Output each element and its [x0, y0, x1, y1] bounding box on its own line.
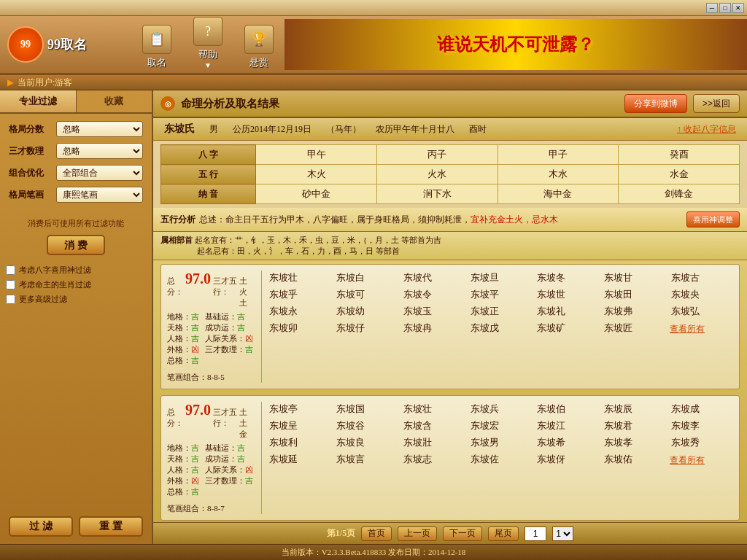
list-item[interactable]: 东坡含	[402, 419, 465, 433]
list-item[interactable]: 东坡匠	[603, 321, 666, 335]
user-bar: ▶ 当前用户:游客	[0, 74, 747, 90]
next-page-button[interactable]: 下一页	[443, 526, 482, 541]
nav-bangzhu[interactable]: ? 帮助 ▼	[193, 17, 222, 69]
wx-col1: 木火	[256, 165, 377, 184]
checkbox-shengxiao-input[interactable]	[6, 280, 15, 289]
list-item[interactable]: 东坡冬	[535, 271, 599, 285]
list-item[interactable]: 东坡壮	[402, 402, 465, 416]
list-item[interactable]: 东坡李	[670, 419, 733, 433]
list-item[interactable]: 东坡弗	[603, 304, 666, 319]
last-page-button[interactable]: 尾页	[488, 526, 519, 541]
list-item[interactable]: 东坡弘	[670, 304, 733, 319]
prev-page-button[interactable]: 上一页	[398, 526, 437, 541]
checkbox-advanced-input[interactable]	[6, 295, 15, 304]
list-item[interactable]: 东坡亭	[268, 402, 331, 416]
list-item[interactable]: 东坡卯	[268, 321, 331, 335]
list-item[interactable]: 东坡志	[402, 452, 465, 467]
first-page-button[interactable]: 首页	[361, 526, 392, 541]
maximize-button[interactable]: □	[719, 3, 731, 13]
filter-button[interactable]: 过 滤	[9, 516, 73, 537]
view-all-1[interactable]: 查看所有	[670, 323, 733, 335]
list-item[interactable]: 东坡成	[670, 402, 733, 416]
list-item[interactable]: 东坡玉	[402, 304, 465, 319]
list-item[interactable]: 东坡乎	[268, 287, 331, 302]
nav-quming[interactable]: 📋 取名	[142, 25, 171, 69]
list-item[interactable]: 东坡言	[335, 452, 398, 467]
list-item[interactable]: 东坡秀	[670, 435, 733, 450]
list-item[interactable]: 东坡正	[469, 304, 533, 319]
bihua-label: 格局笔画	[9, 189, 56, 201]
sancai-select[interactable]: 忽略全部吉凶	[56, 143, 143, 159]
list-item[interactable]: 东坡伯	[535, 402, 599, 416]
list-item[interactable]: 东坡仔	[335, 321, 398, 335]
results-area[interactable]: 总分： 97.0 三才五行： 土火土 地格：吉 基础运：吉 天格：吉 成功运：吉	[153, 260, 747, 522]
checkbox-section: 考虑八字喜用神过滤 考虑命主的生肖过滤 更多高级过滤	[0, 265, 152, 308]
zuhe-select[interactable]: 全部组合优化组合	[56, 165, 143, 181]
list-item[interactable]: 东坡冉	[402, 321, 465, 335]
checkbox-shengxiao-label[interactable]: 考虑命主的生肖过滤	[19, 279, 91, 290]
list-item[interactable]: 东坡希	[535, 435, 599, 450]
list-item[interactable]: 东坡幼	[335, 304, 398, 319]
list-item[interactable]: 东坡兵	[469, 402, 533, 416]
adjust-button[interactable]: 喜用神调整	[686, 211, 740, 228]
list-item[interactable]: 东坡君	[603, 419, 666, 433]
filter-zuhe: 组合优化 全部组合优化组合	[9, 165, 143, 181]
content-area: ◎ 命理分析及取名结果 分享到微博 >>返回 东坡氏 男 公历2014年12月1…	[153, 90, 747, 544]
close-button[interactable]: ✕	[732, 3, 744, 13]
page-input[interactable]	[525, 526, 546, 541]
checkbox-bazi-label[interactable]: 考虑八字喜用神过滤	[19, 265, 91, 276]
list-item[interactable]: 东坡利	[268, 435, 331, 450]
list-item[interactable]: 东坡呈	[268, 419, 331, 433]
status-bar: 当前版本：V2.3.3.Beta.418833 发布日期：2014-12-18	[0, 544, 747, 560]
bazi-collapse-link[interactable]: ↑ 收起八字信息	[677, 123, 736, 136]
list-item[interactable]: 东坡宏	[469, 419, 533, 433]
list-item[interactable]: 东坡矿	[535, 321, 599, 335]
page-size-select[interactable]: 12345	[552, 526, 573, 541]
list-item[interactable]: 东坡田	[603, 287, 666, 302]
tab-shoucang[interactable]: 收藏	[77, 90, 152, 112]
list-item[interactable]: 东坡国	[335, 402, 398, 416]
list-item[interactable]: 东坡江	[535, 419, 599, 433]
list-item[interactable]: 东坡延	[268, 452, 331, 467]
list-item[interactable]: 东坡平	[469, 287, 533, 302]
page-title: 命理分析及取名结果	[181, 97, 279, 111]
back-button[interactable]: >>返回	[693, 94, 740, 113]
list-item[interactable]: 东坡礼	[535, 304, 599, 319]
wuxing-header: 五 行	[161, 165, 256, 184]
geju-select[interactable]: 忽略全部吉凶	[56, 121, 143, 137]
list-item[interactable]: 东坡男	[469, 435, 533, 450]
bihua-select[interactable]: 康熙笔画标准笔画	[56, 187, 143, 203]
list-item[interactable]: 东坡谷	[335, 419, 398, 433]
list-item[interactable]: 东坡世	[535, 287, 599, 302]
list-item[interactable]: 东坡良	[335, 435, 398, 450]
list-item[interactable]: 东坡旦	[469, 271, 533, 285]
list-item[interactable]: 东坡孝	[603, 435, 666, 450]
list-item[interactable]: 东坡壮	[268, 271, 331, 285]
list-item[interactable]: 东坡可	[335, 287, 398, 302]
list-item[interactable]: 东坡令	[402, 287, 465, 302]
list-item[interactable]: 东坡辰	[603, 402, 666, 416]
list-item[interactable]: 东坡央	[670, 287, 733, 302]
list-item[interactable]: 东坡代	[402, 271, 465, 285]
checkbox-bazi-input[interactable]	[6, 265, 15, 275]
list-item[interactable]: 东坡永	[268, 304, 331, 319]
list-item[interactable]: 东坡戊	[469, 321, 533, 335]
list-item[interactable]: 东坡甘	[603, 271, 666, 285]
tab-zhuanye[interactable]: 专业过滤	[0, 90, 77, 112]
list-item[interactable]: 东坡佐	[469, 452, 533, 467]
checkbox-advanced-label[interactable]: 更多高级过滤	[19, 294, 67, 305]
header-buttons: 分享到微博 >>返回	[624, 94, 740, 113]
reset-button[interactable]: 重 置	[79, 516, 143, 537]
weibo-share-button[interactable]: 分享到微博	[624, 94, 687, 113]
list-item[interactable]: 东坡佑	[603, 452, 666, 467]
view-all-2[interactable]: 查看所有	[670, 454, 733, 467]
list-item[interactable]: 东坡古	[670, 271, 733, 285]
consume-button[interactable]: 消 费	[47, 235, 105, 255]
nav-xishang[interactable]: 🏆 悬赏	[244, 25, 274, 69]
list-item[interactable]: 东坡壯	[402, 435, 465, 450]
wx-col4: 水金	[619, 165, 740, 184]
list-item[interactable]: 东坡白	[335, 271, 398, 285]
list-item[interactable]: 东坡伢	[535, 452, 599, 467]
minimize-button[interactable]: ─	[706, 3, 718, 13]
stat-row-1a: 地格：吉 基础运：吉	[167, 311, 255, 322]
